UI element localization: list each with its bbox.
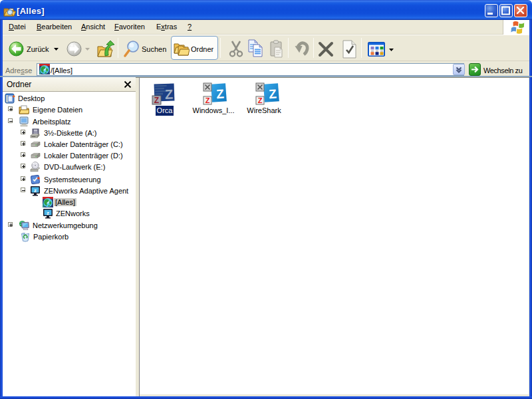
svg-text:Z: Z: [216, 87, 225, 102]
svg-text:Z: Z: [269, 87, 277, 102]
svg-text:Z: Z: [258, 96, 263, 104]
svg-text:z: z: [47, 210, 49, 216]
svg-text:Z: Z: [154, 96, 159, 105]
svg-text:Z: Z: [205, 96, 210, 104]
svg-text:z: z: [34, 188, 37, 194]
svg-text:Z: Z: [165, 87, 174, 102]
